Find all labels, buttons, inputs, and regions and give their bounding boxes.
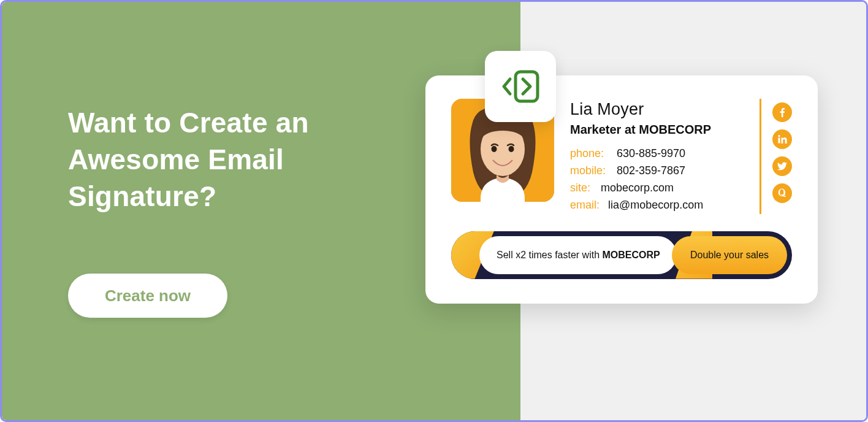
phone-label: phone: [570, 145, 615, 163]
facebook-icon[interactable] [772, 102, 792, 122]
promo-banner: Sell x2 times faster with MOBECORP Doubl… [451, 231, 792, 279]
svg-point-3 [492, 146, 497, 152]
email-label: email: [570, 197, 607, 214]
svg-point-4 [509, 146, 514, 152]
contact-mobile: mobile: 802-359-7867 [570, 163, 744, 180]
contact-phone: phone: 630-885-9970 [570, 145, 744, 163]
promo-frame: Want to Create an Awesome Email Signatur… [0, 0, 868, 422]
double-sales-button[interactable]: Double your sales [672, 236, 787, 274]
banner-message: Sell x2 times faster with MOBECORP [479, 236, 677, 274]
email-signature-card: Lia Moyer Marketer at MOBECORP phone: 63… [425, 75, 818, 304]
svg-rect-0 [516, 72, 538, 101]
signature-name: Lia Moyer [570, 100, 744, 119]
banner-text-bold: MOBECORP [603, 250, 660, 260]
site-value: mobecorp.com [601, 180, 674, 197]
site-label: site: [570, 180, 600, 197]
linkedin-icon[interactable] [772, 129, 792, 149]
right-panel: Lia Moyer Marketer at MOBECORP phone: 63… [520, 2, 866, 420]
mobile-label: mobile: [570, 163, 615, 180]
contact-email: email: lia@mobecorp.com [570, 197, 744, 214]
create-now-button[interactable]: Create now [68, 274, 227, 318]
email-value: lia@mobecorp.com [608, 197, 703, 214]
promo-headline: Want to Create an Awesome Email Signatur… [68, 105, 362, 215]
banner-text: Sell x2 times faster with MOBECORP [497, 250, 660, 261]
contact-list: phone: 630-885-9970 mobile: 802-359-7867… [570, 145, 744, 214]
svg-rect-5 [779, 138, 780, 144]
signature-title: Marketer at MOBECORP [570, 123, 744, 137]
phone-value: 630-885-9970 [617, 145, 685, 163]
contact-site: site: mobecorp.com [570, 180, 744, 197]
code-snippet-icon [485, 51, 556, 122]
quora-icon[interactable] [772, 183, 792, 203]
svg-point-6 [778, 135, 780, 137]
banner-text-prefix: Sell x2 times faster with [497, 250, 603, 260]
mobile-value: 802-359-7867 [617, 163, 685, 180]
twitter-icon[interactable] [772, 156, 792, 176]
social-column [760, 99, 792, 214]
signature-info: Lia Moyer Marketer at MOBECORP phone: 63… [570, 99, 744, 214]
